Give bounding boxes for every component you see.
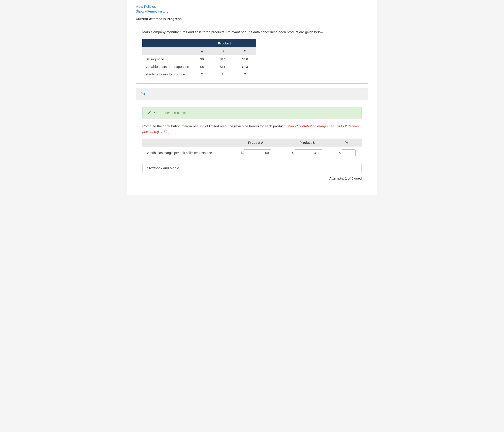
input-group-b: $	[285, 149, 330, 156]
subheader-c: C	[234, 47, 256, 55]
correct-text: Your answer is correct.	[154, 111, 188, 115]
show-attempt-history-link[interactable]: Show Attempt History	[136, 9, 368, 13]
answer-col-header-product-a: Product A	[230, 138, 281, 147]
subheader-a: A	[192, 47, 211, 55]
question-box: Mars Company manufactures and sells thre…	[136, 24, 368, 84]
answer-input-a[interactable]	[243, 149, 271, 156]
view-policies-link[interactable]: View Policies	[136, 5, 368, 9]
row-c-variable-costs: $13	[234, 63, 256, 70]
table-subheader-row: A B C	[142, 47, 256, 55]
answer-cell-a: $	[230, 147, 281, 159]
part-a-section: (a)	[136, 88, 368, 100]
row-a-selling-price: $9	[192, 55, 211, 63]
table-row: Selling price $9 $14 $16	[142, 55, 256, 63]
row-label-variable-costs: Variable costs and expenses	[142, 63, 192, 70]
dollar-sign-b: $	[292, 151, 294, 155]
part-label: (a)	[141, 92, 145, 96]
answer-col-header-product-b: Product B	[281, 138, 333, 147]
page-container: View Policies Show Attempt History Curre…	[126, 0, 378, 195]
compute-instruction: Compute the contribution margin per unit…	[142, 123, 362, 134]
question-text: Mars Company manufactures and sells thre…	[142, 30, 362, 35]
answer-cell-b: $	[281, 147, 333, 159]
row-a-variable-costs: $5	[192, 63, 211, 70]
row-b-variable-costs: $11	[211, 63, 234, 70]
answer-cell-c: $	[333, 147, 362, 159]
row-c-selling-price: $16	[234, 55, 256, 63]
answer-input-b[interactable]	[295, 149, 322, 156]
top-links: View Policies Show Attempt History	[136, 5, 368, 13]
current-attempt-label: Current Attempt in Progress	[136, 17, 368, 21]
table-header-product: Product	[192, 39, 256, 47]
table-header-empty	[142, 39, 192, 47]
product-table: Product A B C Selling price $9 $14 $16	[142, 39, 256, 78]
dollar-sign-a: $	[241, 151, 243, 155]
row-label-machine-hours: Machine hours to produce	[142, 70, 192, 78]
row-a-machine-hours: 2	[192, 70, 211, 78]
correct-banner: ✔ Your answer is correct.	[142, 107, 362, 119]
answer-table-row: Contribution margin per unit of limited …	[142, 147, 362, 159]
attempts-row: Attempts: 1 of 5 used	[142, 177, 362, 180]
answer-table-header-row: Product A Product B Pr	[142, 138, 362, 147]
subheader-empty	[142, 47, 192, 55]
compute-instruction-text: Compute the contribution margin per unit…	[142, 124, 286, 128]
row-label-selling-price: Selling price	[142, 55, 192, 63]
row-b-machine-hours: 1	[211, 70, 234, 78]
row-c-machine-hours: 2	[234, 70, 256, 78]
row-b-selling-price: $14	[211, 55, 234, 63]
answer-table: Product A Product B Pr Contribution marg…	[142, 138, 362, 159]
input-group-c: $	[336, 149, 359, 156]
input-group-a: $	[233, 149, 278, 156]
table-row: Variable costs and expenses $5 $11 $13	[142, 63, 256, 70]
attempts-text: Attempts: 1 of 5 used	[329, 177, 362, 180]
etextbook-button[interactable]: eTextbook and Media	[142, 163, 362, 173]
answer-row-label: Contribution margin per unit of limited …	[142, 147, 230, 159]
answer-col-header-empty	[142, 138, 230, 147]
table-row: Machine hours to produce 2 1 2	[142, 70, 256, 78]
checkmark-icon: ✔	[147, 110, 151, 115]
answer-col-header-product-c: Pr	[333, 138, 362, 147]
answer-section: ✔ Your answer is correct. Compute the co…	[136, 101, 368, 186]
subheader-b: B	[211, 47, 234, 55]
answer-input-c[interactable]	[342, 149, 356, 156]
dollar-sign-c: $	[339, 151, 341, 155]
table-header-row: Product	[142, 39, 256, 47]
